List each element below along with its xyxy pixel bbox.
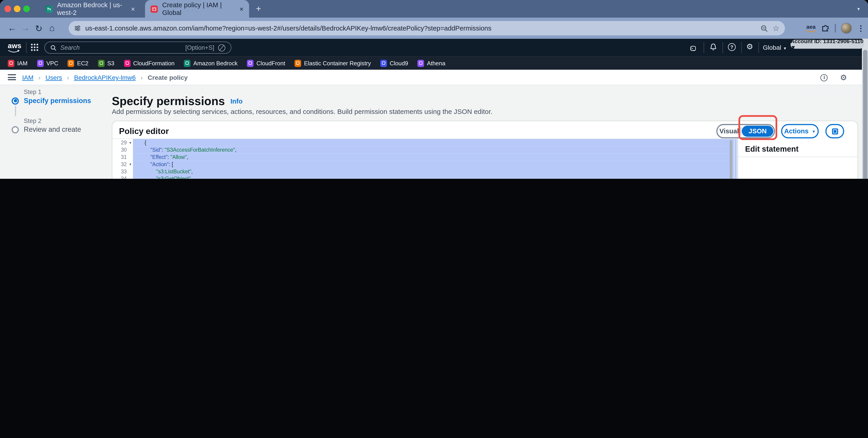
aws-logo[interactable]: aws — [8, 42, 21, 53]
code-line-31[interactable]: 31 "Effect": "Allow", — [112, 153, 737, 161]
account-menu[interactable]: admin2/lxy-Isengard — [801, 89, 856, 95]
split-panel-button[interactable] — [825, 124, 844, 138]
step1-radio-icon — [11, 97, 19, 104]
info-link[interactable]: Info — [230, 97, 243, 105]
editor-scrollbar[interactable] — [730, 140, 733, 179]
bookmark-cloudfront[interactable]: CloudFront — [247, 59, 285, 67]
code-text[interactable]: "s3:ListBucket", — [133, 168, 737, 175]
bookmark-vpc[interactable]: VPC — [37, 59, 58, 67]
services-grid-icon[interactable] — [31, 43, 39, 51]
zoom-out-icon[interactable] — [761, 25, 768, 32]
iam-favicon — [8, 59, 14, 67]
tab-search-chevron-icon[interactable]: ▾ — [854, 4, 864, 14]
code-line-34[interactable]: 34 "s3:GetObject", — [112, 175, 737, 179]
bookmark-s3[interactable]: S3 — [98, 59, 114, 67]
bookmark-label: Amazon Bedrock — [193, 60, 238, 66]
browser-extensions-area: aea ⋮ — [806, 18, 865, 39]
account-id-tooltip[interactable]: Account ID: 1331-2906-5110 ▼ — [790, 40, 864, 49]
side-nav-hamburger-icon[interactable] — [8, 74, 16, 80]
bookmark-label: IAM — [17, 60, 28, 66]
page-subtitle: Add permissions by selecting services, a… — [112, 108, 493, 116]
minimize-window-button[interactable] — [14, 5, 20, 12]
browser-menu-icon[interactable]: ⋮ — [857, 24, 865, 33]
code-text[interactable]: "Sid": "S3AccessForBatchInference", — [133, 146, 737, 153]
breadcrumb-item-iam[interactable]: IAM — [22, 74, 33, 81]
zoom-window-button[interactable] — [23, 5, 30, 12]
tab-title: Amazon Bedrock | us-west-2 — [57, 1, 123, 17]
step1-label[interactable]: Specify permissions — [24, 97, 91, 105]
info-panel-icon[interactable]: i — [820, 74, 828, 81]
bookmark-ec2[interactable]: EC2 — [68, 59, 88, 67]
bookmark-elastic-container-registry[interactable]: Elastic Container Registry — [294, 59, 371, 67]
panel-gutter[interactable] — [734, 138, 735, 179]
code-text[interactable]: "s3:GetObject", — [133, 175, 737, 179]
cloudshell-icon[interactable]: >_ — [690, 43, 696, 51]
close-tab-icon[interactable]: × — [239, 5, 244, 12]
aws-extension-icon[interactable]: aea — [806, 24, 816, 33]
step2-number: Step 2 — [24, 117, 105, 124]
extensions-puzzle-icon[interactable] — [821, 24, 830, 33]
breadcrumb-item-bedrockapikey-lmw6[interactable]: BedrockAPIKey-lmw6 — [74, 74, 135, 81]
page-scrollbar[interactable] — [862, 39, 868, 179]
bookmark-label: EC2 — [77, 60, 88, 66]
bookmark-label: Elastic Container Registry — [304, 60, 371, 66]
code-text[interactable]: "Action": [ — [133, 161, 737, 168]
page-settings-gear-icon[interactable]: ⚙ — [840, 73, 847, 82]
region-selector[interactable]: Global ▼ — [763, 44, 787, 51]
code-text[interactable]: "Effect": "Allow", — [133, 153, 737, 161]
step1-item[interactable]: Specify permissions — [11, 97, 105, 105]
bookmark-athena[interactable]: Athena — [417, 59, 445, 67]
close-window-button[interactable] — [4, 5, 11, 12]
code-line-30[interactable]: 30 "Sid": "S3AccessForBatchInference", — [112, 146, 737, 153]
fold-arrow-icon[interactable]: ▾ — [128, 139, 133, 146]
browser-tab-strip: Amazon Bedrock | us-west-2 × Create poli… — [0, 0, 868, 18]
json-code-editor[interactable]: 29▾ {30 "Sid": "S3AccessForBatchInferenc… — [112, 138, 737, 179]
visual-toggle[interactable]: Visual — [717, 127, 741, 135]
annotation-box-json — [739, 115, 777, 140]
step2-item[interactable]: Review and create — [11, 126, 105, 133]
step2-label[interactable]: Review and create — [24, 126, 81, 133]
help-icon[interactable]: ? — [728, 43, 736, 51]
scrollbar-thumb[interactable] — [863, 50, 867, 179]
notifications-bell-icon[interactable] — [710, 43, 717, 51]
close-tab-icon[interactable]: × — [131, 5, 135, 12]
cloudfront-favicon — [247, 59, 254, 67]
ec2-favicon — [68, 59, 74, 67]
bookmark-amazon-bedrock[interactable]: Amazon Bedrock — [184, 59, 238, 67]
line-number: 30 — [112, 146, 128, 153]
bookmark-cloudformation[interactable]: CloudFormation — [124, 59, 175, 67]
address-bar[interactable]: us-east-1.console.aws.amazon.com/iam/hom… — [69, 21, 785, 35]
tab-create-policy[interactable]: Create policy | IAM | Global × — [145, 0, 249, 18]
profile-avatar[interactable] — [841, 23, 852, 34]
code-line-29[interactable]: 29▾ { — [112, 139, 737, 146]
vpc-favicon — [37, 59, 43, 67]
tab-amazon-bedrock[interactable]: Amazon Bedrock | us-west-2 × — [40, 0, 141, 18]
cloud9-favicon — [380, 59, 387, 67]
nav-divider — [26, 42, 26, 53]
code-line-32[interactable]: 32▾ "Action": [ — [112, 161, 737, 168]
settings-gear-icon[interactable]: ⚙ — [746, 43, 753, 51]
forward-icon[interactable]: → — [19, 23, 32, 33]
code-line-33[interactable]: 33 "s3:ListBucket", — [112, 168, 737, 175]
new-tab-button[interactable]: + — [252, 3, 265, 15]
actions-button[interactable]: Actions▼ — [781, 124, 819, 138]
bookmark-cloud9[interactable]: Cloud9 — [380, 59, 408, 67]
console-search-input[interactable]: Search [Option+S] — [44, 41, 231, 54]
edit-statement-title: Edit statement — [745, 145, 798, 153]
shortcut-icon — [218, 44, 225, 51]
back-icon[interactable]: ← — [5, 23, 19, 33]
url-text[interactable]: us-east-1.console.aws.amazon.com/iam/hom… — [85, 24, 756, 32]
toolbar-divider — [835, 24, 836, 33]
home-icon[interactable]: ⌂ — [45, 23, 59, 33]
fold-arrow-icon[interactable]: ▾ — [128, 161, 133, 168]
bookmark-star-icon[interactable]: ☆ — [772, 24, 779, 32]
code-text[interactable]: { — [133, 139, 737, 146]
step2-radio-icon — [11, 126, 19, 133]
tune-icon[interactable] — [74, 25, 81, 31]
breadcrumb-item-users[interactable]: Users — [45, 74, 62, 81]
policy-editor-title: Policy editor — [119, 126, 169, 135]
divider — [738, 157, 859, 157]
reload-icon[interactable]: ↻ — [32, 23, 45, 34]
bookmark-iam[interactable]: IAM — [8, 59, 27, 67]
aws-console-navbar: aws Search [Option+S] >_ ? ⚙ Global ▼ ad… — [0, 39, 868, 56]
